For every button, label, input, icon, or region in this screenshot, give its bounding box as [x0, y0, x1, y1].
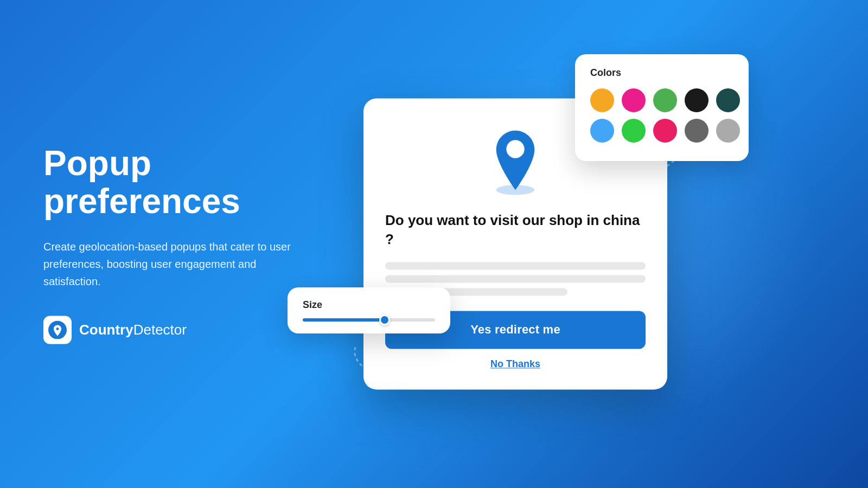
- page-heading: Popuppreferences: [43, 144, 293, 221]
- popup-question: Do you want to visit our shop in china ?: [385, 211, 646, 249]
- color-gray[interactable]: [716, 119, 740, 143]
- brand-name: CountryDetector: [79, 322, 187, 338]
- color-row-2: [590, 119, 733, 143]
- colors-title: Colors: [590, 67, 733, 79]
- color-dark-gray[interactable]: [685, 119, 709, 143]
- svg-point-2: [506, 140, 524, 158]
- text-line-1: [385, 262, 646, 270]
- size-title: Size: [303, 299, 435, 311]
- color-orange[interactable]: [590, 88, 614, 112]
- colors-panel: Colors: [575, 54, 749, 161]
- color-black[interactable]: [685, 88, 709, 112]
- size-panel: Size: [288, 287, 450, 333]
- location-pin-icon: [480, 125, 551, 196]
- color-bright-green[interactable]: [622, 119, 646, 143]
- no-thanks-button[interactable]: No Thanks: [385, 359, 646, 370]
- page-description: Create geolocation-based popups that cat…: [43, 237, 293, 290]
- text-line-2: [385, 275, 646, 283]
- color-dark-teal[interactable]: [716, 88, 740, 112]
- slider-track[interactable]: [303, 318, 435, 322]
- color-hot-pink[interactable]: [653, 119, 677, 143]
- slider-thumb[interactable]: [379, 314, 390, 325]
- color-green[interactable]: [653, 88, 677, 112]
- color-light-blue[interactable]: [590, 119, 614, 143]
- slider-fill: [303, 318, 385, 322]
- brand-area: CountryDetector: [43, 316, 293, 344]
- left-panel: Popuppreferences Create geolocation-base…: [43, 144, 293, 344]
- brand-logo: [43, 316, 72, 344]
- color-row-1: [590, 88, 733, 112]
- svg-point-0: [48, 320, 67, 339]
- color-pink[interactable]: [622, 88, 646, 112]
